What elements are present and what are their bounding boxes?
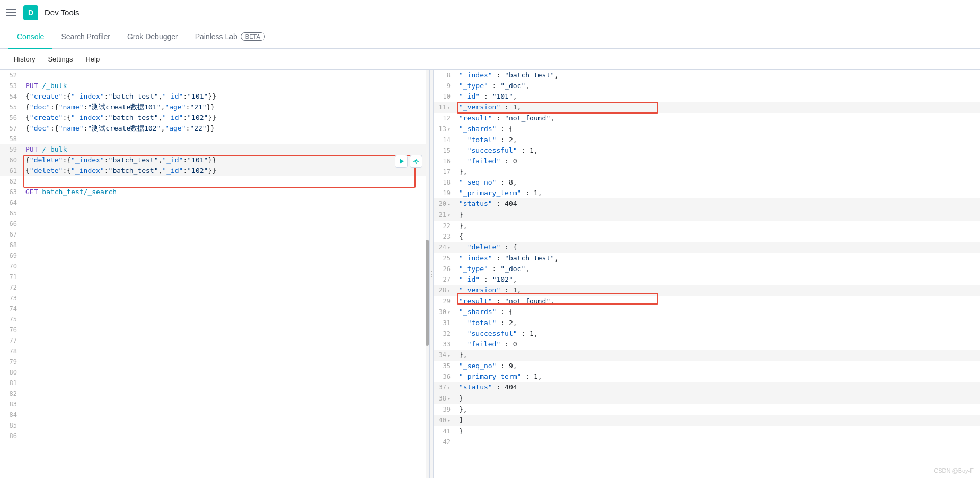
right-panel-wrapper: 8 "_index" : "batch_test", 9 "_type" : "… (434, 70, 980, 478)
output-line-34: 34 }, (434, 350, 980, 361)
tab-search-profiler[interactable]: Search Profiler (52, 25, 119, 49)
editor-line-80: 80 (0, 367, 429, 378)
editor-line-77: 77 (0, 335, 429, 346)
editor-line-84: 84 (0, 410, 429, 420)
output-line-35: 35 "_seq_no" : 9, (434, 361, 980, 371)
output-line-17: 17 }, (434, 167, 980, 177)
editor-line-81: 81 (0, 378, 429, 388)
svg-marker-0 (400, 159, 404, 164)
output-line-14: 14 "total" : 2, (434, 135, 980, 145)
output-line-12: 12 "result" : "not_found", (434, 113, 980, 124)
editor-scrollbar[interactable] (426, 70, 429, 478)
output-line-38: 38 } (434, 393, 980, 404)
output-line-27: 27 "_id" : "102", (434, 274, 980, 285)
editor-line-61: 61 {"delete":{"_index":"batch_test","_id… (0, 166, 429, 176)
editor-line-86: 86 (0, 431, 429, 441)
output-line-25: 25 "_index" : "batch_test", (434, 253, 980, 264)
editor-line-54: 54 {"create":{"_index":"batch_test","_id… (0, 91, 429, 102)
svg-point-1 (415, 160, 417, 162)
output-line-29: 29 "result" : "not_found", (434, 296, 980, 307)
code-editor[interactable]: 52 53 PUT /_bulk 54 {"create":{"_index":… (0, 70, 429, 478)
editor-line-79: 79 (0, 357, 429, 367)
output-line-8: 8 "_index" : "batch_test", (434, 70, 980, 81)
editor-line-67: 67 (0, 229, 429, 240)
output-line-37: 37 "status" : 404 (434, 382, 980, 393)
settings-button[interactable] (410, 155, 422, 168)
editor-line-52: 52 (0, 70, 429, 81)
output-line-21: 21 } (434, 210, 980, 221)
editor-line-73: 73 (0, 293, 429, 303)
output-line-33: 33 "failed" : 0 (434, 339, 980, 350)
editor-line-70: 70 (0, 261, 429, 272)
watermark: CSDN @Boy-F (934, 467, 974, 474)
editor-line-85: 85 (0, 420, 429, 431)
editor-line-59: 59 PUT /_bulk (0, 144, 429, 155)
editor-line-69: 69 (0, 250, 429, 261)
output-line-10: 10 "_id" : "101", (434, 91, 980, 102)
output-line-22: 22 }, (434, 221, 980, 231)
tab-console[interactable]: Console (8, 25, 52, 49)
secondary-nav-history[interactable]: History (8, 53, 40, 65)
output-line-15: 15 "successful" : 1, (434, 145, 980, 156)
output-line-20: 20 "status" : 404 (434, 198, 980, 210)
editor-line-72: 72 (0, 282, 429, 293)
nav-tabs: Console Search Profiler Grok Debugger Pa… (0, 25, 980, 49)
secondary-nav-settings[interactable]: Settings (42, 53, 78, 65)
editor-line-62: 62 (0, 176, 429, 187)
output-line-36: 36 "_primary_term" : 1, (434, 371, 980, 382)
top-bar: D Dev Tools (0, 0, 980, 25)
output-line-13: 13 "_shards" : { (434, 124, 980, 135)
editor-line-55: 55 {"doc":{"name":"测试create数据101","age":… (0, 102, 429, 112)
hamburger-icon[interactable] (6, 7, 17, 18)
app-title: Dev Tools (45, 8, 80, 17)
editor-line-68: 68 (0, 240, 429, 250)
right-panel[interactable]: 8 "_index" : "batch_test", 9 "_type" : "… (434, 70, 980, 447)
output-line-19: 19 "_primary_term" : 1, (434, 188, 980, 198)
output-line-31: 31 "total" : 2, (434, 318, 980, 328)
editor-line-65: 65 (0, 208, 429, 219)
editor-line-75: 75 (0, 314, 429, 325)
output-line-9: 9 "_type" : "_doc", (434, 81, 980, 91)
output-line-41: 41 } (434, 426, 980, 437)
editor-line-78: 78 (0, 346, 429, 357)
editor-action-buttons (395, 155, 422, 168)
main-content: 52 53 PUT /_bulk 54 {"create":{"_index":… (0, 70, 980, 478)
editor-line-76: 76 (0, 325, 429, 335)
editor-line-83: 83 (0, 399, 429, 410)
app-logo: D (23, 5, 38, 20)
output-line-32: 32 "successful" : 1, (434, 328, 980, 339)
editor-line-71: 71 (0, 272, 429, 282)
editor-line-60: 60 {"delete":{"_index":"batch_test","_id… (0, 155, 429, 166)
output-line-16: 16 "failed" : 0 (434, 156, 980, 167)
tab-painless-lab[interactable]: Painless Lab BETA (187, 25, 273, 49)
editor-line-74: 74 (0, 303, 429, 314)
left-panel: 52 53 PUT /_bulk 54 {"create":{"_index":… (0, 70, 429, 478)
editor-line-58: 58 (0, 134, 429, 144)
beta-badge: BETA (241, 32, 265, 41)
run-button[interactable] (395, 155, 408, 168)
secondary-nav: History Settings Help 200 - OK 20 ms (0, 49, 980, 70)
editor-line-53: 53 PUT /_bulk (0, 81, 429, 91)
output-line-26: 26 "_type" : "_doc", (434, 264, 980, 274)
output-line-42: 42 (434, 437, 980, 447)
editor-scrollbar-thumb[interactable] (426, 240, 429, 346)
secondary-nav-help[interactable]: Help (80, 53, 105, 65)
editor-line-63: 63 GET batch_test/_search (0, 187, 429, 197)
output-line-28: 28 "_version" : 1, (434, 285, 980, 296)
output-line-11: 11 "_version" : 1, (434, 102, 980, 113)
editor-line-66: 66 (0, 219, 429, 229)
output-line-18: 18 "_seq_no" : 8, (434, 177, 980, 188)
editor-line-56: 56 {"create":{"_index":"batch_test","_id… (0, 112, 429, 123)
output-line-30: 30 "_shards" : { (434, 307, 980, 318)
tab-grok-debugger[interactable]: Grok Debugger (119, 25, 187, 49)
panel-divider[interactable]: ⋮ (429, 70, 434, 478)
editor-line-64: 64 (0, 197, 429, 208)
editor-line-82: 82 (0, 388, 429, 399)
output-line-23: 23 { (434, 231, 980, 242)
output-line-40: 40 ] (434, 415, 980, 426)
editor-line-57: 57 {"doc":{"name":"测试create数据102","age":… (0, 123, 429, 134)
output-line-24: 24 "delete" : { (434, 242, 980, 253)
output-line-39: 39 }, (434, 404, 980, 415)
